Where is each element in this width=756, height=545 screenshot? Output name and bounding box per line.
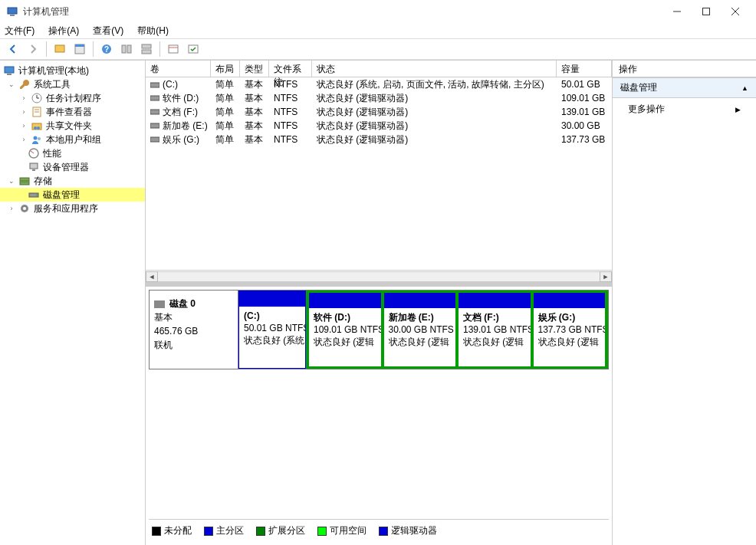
- partition[interactable]: (C:)50.01 GB NTFS状态良好 (系统: [238, 291, 306, 369]
- section-collapse-icon[interactable]: ▲: [741, 84, 748, 92]
- svg-rect-41: [150, 83, 159, 87]
- maximize-button[interactable]: [701, 6, 712, 17]
- volume-row[interactable]: 娱乐 (G:)简单基本NTFS状态良好 (逻辑驱动器)137.73 GB: [146, 133, 612, 146]
- volume-list: 卷 布局 类型 文件系统 状态 容量 (C:)简单基本NTFS状态良好 (系统,…: [146, 61, 612, 287]
- grid-body[interactable]: (C:)简单基本NTFS状态良好 (系统, 启动, 页面文件, 活动, 故障转储…: [146, 77, 612, 270]
- performance-icon: [28, 147, 40, 159]
- svg-point-27: [34, 126, 37, 130]
- menu-view[interactable]: 查看(V): [93, 25, 123, 38]
- svg-point-29: [34, 136, 38, 140]
- scroll-track[interactable]: [158, 271, 600, 282]
- chevron-right-icon: ▶: [735, 106, 741, 113]
- toolbar-icon-3[interactable]: [118, 41, 135, 57]
- legend-logical-swatch: [379, 527, 388, 536]
- folder-shared-icon: [31, 120, 43, 132]
- legend-unallocated-swatch: [152, 527, 161, 536]
- collapse-icon[interactable]: ⌄: [8, 177, 15, 185]
- toolbar-icon-1[interactable]: [51, 41, 68, 57]
- tree-storage[interactable]: ⌄ 存储: [0, 174, 145, 188]
- svg-rect-14: [142, 50, 151, 54]
- tree-diskmgmt[interactable]: 磁盘管理: [0, 188, 145, 202]
- col-type[interactable]: 类型: [240, 61, 269, 77]
- svg-rect-34: [32, 169, 35, 171]
- grid-header: 卷 布局 类型 文件系统 状态 容量: [146, 61, 612, 77]
- toolbar-icon-5[interactable]: [165, 41, 182, 57]
- volume-row[interactable]: 软件 (D:)简单基本NTFS状态良好 (逻辑驱动器)109.01 GB: [146, 91, 612, 105]
- volume-row[interactable]: (C:)简单基本NTFS状态良好 (系统, 启动, 页面文件, 活动, 故障转储…: [146, 77, 612, 91]
- expand-icon[interactable]: ›: [20, 94, 28, 102]
- toolbar-icon-4[interactable]: [138, 41, 155, 57]
- svg-point-28: [37, 126, 40, 130]
- tree-root[interactable]: 计算机管理(本地): [0, 64, 145, 77]
- horizontal-scrollbar[interactable]: ◄ ►: [146, 270, 612, 282]
- expand-icon[interactable]: ›: [20, 136, 28, 143]
- menu-file[interactable]: 文件(F): [5, 25, 35, 38]
- toolbar-icon-6[interactable]: [185, 41, 202, 57]
- svg-rect-1: [10, 15, 15, 16]
- volume-row[interactable]: 文档 (F:)简单基本NTFS状态良好 (逻辑驱动器)139.01 GB: [146, 105, 612, 119]
- toolbar-icon-2[interactable]: [71, 41, 88, 57]
- tree-services[interactable]: › 服务和应用程序: [0, 202, 145, 215]
- toolbar-separator: [46, 41, 47, 57]
- disk-0-layout[interactable]: 磁盘 0 基本 465.76 GB 联机 (C:)50.01 GB NTFS状态…: [149, 290, 609, 369]
- col-volume[interactable]: 卷: [146, 61, 211, 77]
- actions-section[interactable]: 磁盘管理 ▲: [613, 77, 756, 98]
- disk-info[interactable]: 磁盘 0 基本 465.76 GB 联机: [150, 291, 238, 369]
- svg-rect-0: [8, 8, 17, 14]
- svg-rect-8: [75, 44, 84, 47]
- actions-header: 操作: [613, 61, 756, 77]
- partition[interactable]: 新加卷 (E:)30.00 GB NTFS状态良好 (逻辑: [383, 291, 458, 368]
- tree-localusers[interactable]: › 本地用户和组: [0, 133, 145, 146]
- disk-graphical-view: 磁盘 0 基本 465.76 GB 联机 (C:)50.01 GB NTFS状态…: [146, 287, 612, 545]
- forward-button[interactable]: [25, 41, 41, 57]
- clock-icon: [31, 92, 43, 104]
- help-icon[interactable]: ?: [98, 41, 115, 57]
- disk-icon: [28, 189, 40, 201]
- col-capacity[interactable]: 容量: [557, 61, 612, 77]
- svg-point-38: [36, 195, 38, 196]
- actions-more[interactable]: 更多操作 ▶: [613, 98, 756, 120]
- svg-rect-13: [142, 44, 151, 48]
- svg-rect-15: [169, 45, 178, 53]
- legend-primary-swatch: [204, 527, 213, 536]
- main-area: 计算机管理(本地) ⌄ 系统工具 › 任务计划程序 › 事件查看器 › 共享文件…: [0, 60, 756, 545]
- back-button[interactable]: [5, 41, 21, 57]
- col-layout[interactable]: 布局: [211, 61, 240, 77]
- partitions-container: (C:)50.01 GB NTFS状态良好 (系统软件 (D:)109.01 G…: [238, 291, 608, 369]
- partition[interactable]: 娱乐 (G:)137.73 GB NTFS状态良好 (逻辑: [532, 291, 607, 368]
- menu-help[interactable]: 帮助(H): [137, 25, 169, 38]
- svg-rect-26: [32, 123, 41, 130]
- navigation-tree[interactable]: 计算机管理(本地) ⌄ 系统工具 › 任务计划程序 › 事件查看器 › 共享文件…: [0, 61, 146, 545]
- tree-devicemgr[interactable]: 设备管理器: [0, 160, 145, 174]
- collapse-icon[interactable]: ⌄: [8, 80, 15, 88]
- expand-icon[interactable]: ›: [8, 205, 15, 212]
- svg-rect-43: [150, 110, 159, 114]
- tree-eventviewer[interactable]: › 事件查看器: [0, 105, 145, 119]
- volume-row[interactable]: 新加卷 (E:)简单基本NTFS状态良好 (逻辑驱动器)30.00 GB: [146, 119, 612, 133]
- partition[interactable]: 文档 (F:)139.01 GB NTFS状态良好 (逻辑: [457, 291, 532, 368]
- svg-rect-12: [127, 45, 131, 53]
- svg-rect-36: [20, 182, 29, 185]
- toolbar-separator: [93, 41, 94, 57]
- tree-taskscheduler[interactable]: › 任务计划程序: [0, 91, 145, 105]
- col-filesystem[interactable]: 文件系统: [269, 61, 312, 77]
- menu-action[interactable]: 操作(A): [48, 25, 79, 38]
- tree-sharedfolders[interactable]: › 共享文件夹: [0, 119, 145, 133]
- extended-partition-group: 软件 (D:)109.01 GB NTFS状态良好 (逻辑新加卷 (E:)30.…: [306, 291, 608, 369]
- svg-text:?: ?: [104, 45, 109, 54]
- titlebar: 计算机管理: [0, 0, 756, 23]
- partition[interactable]: 软件 (D:)109.01 GB NTFS状态良好 (逻辑: [307, 291, 383, 368]
- tree-performance[interactable]: 性能: [0, 146, 145, 160]
- scroll-right-button[interactable]: ►: [600, 271, 612, 282]
- col-status[interactable]: 状态: [312, 61, 557, 77]
- device-icon: [28, 161, 40, 173]
- scroll-left-button[interactable]: ◄: [146, 271, 158, 282]
- disk-type: 基本: [154, 310, 233, 324]
- expand-icon[interactable]: ›: [20, 122, 28, 130]
- expand-icon[interactable]: ›: [20, 108, 28, 116]
- minimize-button[interactable]: [672, 6, 682, 17]
- svg-rect-44: [150, 123, 159, 128]
- close-button[interactable]: [730, 6, 741, 17]
- tree-systools[interactable]: ⌄ 系统工具: [0, 77, 145, 91]
- svg-rect-6: [55, 45, 64, 52]
